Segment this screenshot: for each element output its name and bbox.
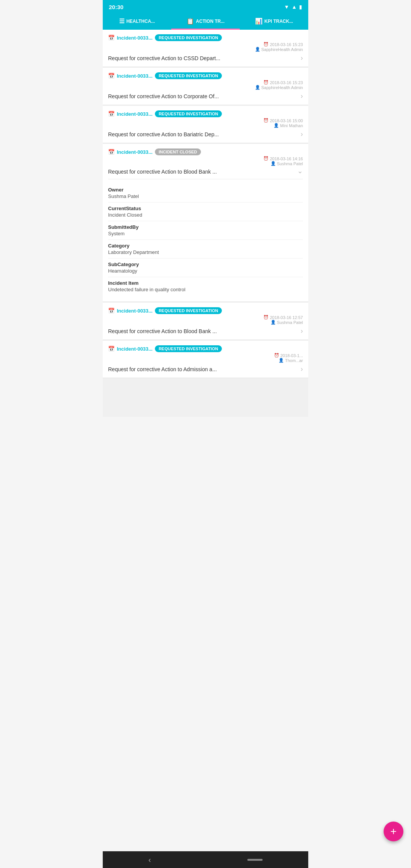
incident-user-4: Sushma Patel (277, 161, 303, 166)
incident-card-4[interactable]: 📅 Incident-0033... INCIDENT CLOSED ⏰ 201… (103, 144, 308, 302)
clock-icon-4: ⏰ (263, 156, 269, 161)
chevron-right-1: › (301, 54, 303, 62)
incident-list: 📅 Incident-0033... REQUESTED INVESTIGATI… (103, 30, 308, 417)
incident-card-2[interactable]: 📅 Incident-0033... REQUESTED INVESTIGATI… (103, 68, 308, 105)
owner-label: Owner (108, 187, 303, 193)
tab-kpi-tracker-label: KPI TRACK... (264, 19, 293, 24)
tab-action-tracker[interactable]: 📋 ACTION TR... (171, 14, 240, 30)
incident-title-5: Request for corrective Action to Blood B… (108, 328, 226, 334)
incident-id-6: Incident-0033... (117, 346, 153, 352)
detail-owner: Owner Sushma Patel (108, 184, 303, 203)
calendar-list-icon-2: 📅 (108, 73, 115, 79)
clock-icon-1: ⏰ (263, 42, 269, 47)
category-value: Laboratory Department (108, 249, 303, 255)
current-status-label: CurrentStatus (108, 206, 303, 211)
calendar-list-icon-3: 📅 (108, 111, 115, 117)
incident-card-6[interactable]: 📅 Incident-0033... REQUESTED INVESTIGATI… (103, 341, 308, 378)
clock-icon-3: ⏰ (263, 118, 269, 123)
incident-title-4: Request for corrective Action to Blood B… (108, 169, 226, 175)
status-icons: ▼ ▲ ▮ (284, 4, 302, 10)
incident-id-3: Incident-0033... (117, 111, 153, 117)
user-icon-3: 👤 (274, 123, 279, 128)
status-badge-6: REQUESTED INVESTIGATION (155, 345, 222, 352)
category-label: Category (108, 243, 303, 249)
user-icon-4: 👤 (271, 161, 276, 166)
incident-user-6: Thom...ar (285, 358, 303, 363)
submitted-by-value: System (108, 231, 303, 236)
incident-title-6: Request for corrective Action to Admissi… (108, 366, 226, 372)
clock-icon-6: ⏰ (274, 353, 279, 358)
incident-date-2: 2018-03-16 15:23 (270, 80, 303, 85)
incident-title-3: Request for corrective Action to Bariatr… (108, 131, 228, 137)
incident-card-3[interactable]: 📅 Incident-0033... REQUESTED INVESTIGATI… (103, 106, 308, 143)
incident-date-5: 2018-03-16 12:57 (270, 315, 303, 320)
calendar-list-icon-1: 📅 (108, 35, 115, 41)
wifi-icon: ▼ (284, 4, 289, 10)
clock-icon-2: ⏰ (263, 80, 269, 85)
incident-date-6: 2018-03-1... (280, 353, 303, 358)
status-badge-3: REQUESTED INVESTIGATION (155, 110, 222, 117)
user-icon-6: 👤 (279, 358, 284, 363)
incident-user-1: SapphireHealth Admin (261, 47, 303, 52)
status-bar: 20:30 ▼ ▲ ▮ (103, 0, 308, 14)
expanded-details-4: Owner Sushma Patel CurrentStatus Inciden… (108, 179, 303, 302)
incident-title-1: Request for corrective Action to CSSD De… (108, 55, 229, 61)
battery-icon: ▮ (299, 4, 302, 10)
incident-id-1: Incident-0033... (117, 35, 153, 41)
user-icon-2: 👤 (255, 85, 260, 90)
incident-user-5: Sushma Patel (277, 320, 303, 325)
tab-bar: ☰ HEALTHCA... 📋 ACTION TR... 📊 KPI TRACK… (103, 14, 308, 30)
status-badge-4: INCIDENT CLOSED (155, 148, 201, 155)
subcategory-label: SubCategory (108, 262, 303, 267)
chevron-right-5: › (301, 327, 303, 335)
incident-id-2: Incident-0033... (117, 73, 153, 79)
calendar-list-icon-5: 📅 (108, 308, 115, 314)
detail-category: Category Laboratory Department (108, 240, 303, 258)
submitted-by-label: SubmittedBy (108, 224, 303, 230)
incident-user-2: SapphireHealth Admin (261, 85, 303, 90)
incident-date-4: 2018-03-16 14:16 (270, 156, 303, 161)
detail-current-status: CurrentStatus Incident Closed (108, 203, 303, 221)
tab-kpi-tracker[interactable]: 📊 KPI TRACK... (240, 14, 308, 30)
status-time: 20:30 (109, 4, 123, 10)
detail-incident-item: Incident Item Undetected failure in qual… (108, 277, 303, 295)
current-status-value: Incident Closed (108, 212, 303, 218)
calendar-list-icon-6: 📅 (108, 346, 115, 352)
user-icon-5: 👤 (271, 320, 276, 325)
chevron-right-2: › (301, 92, 303, 100)
incident-id-4: Incident-0033... (117, 149, 153, 155)
subcategory-value: Heamatology (108, 268, 303, 274)
detail-submitted-by: SubmittedBy System (108, 221, 303, 240)
user-icon-1: 👤 (255, 47, 260, 52)
calendar-list-icon-4: 📅 (108, 149, 115, 155)
healthcare-icon: ☰ (119, 18, 124, 25)
incident-date-3: 2018-03-16 15:00 (270, 118, 303, 123)
tab-healthcare[interactable]: ☰ HEALTHCA... (103, 14, 171, 30)
incident-item-label: Incident Item (108, 280, 303, 286)
owner-value: Sushma Patel (108, 193, 303, 199)
status-badge-1: REQUESTED INVESTIGATION (155, 34, 222, 41)
incident-item-value: Undetected failure in quality control (108, 287, 303, 292)
action-tracker-icon: 📋 (186, 18, 194, 25)
signal-icon: ▲ (292, 4, 297, 10)
tab-action-tracker-label: ACTION TR... (196, 19, 225, 24)
kpi-tracker-icon: 📊 (255, 18, 263, 25)
status-badge-5: REQUESTED INVESTIGATION (155, 307, 222, 314)
incident-date-1: 2018-03-16 15:23 (270, 42, 303, 47)
chevron-right-6: › (301, 365, 303, 373)
status-badge-2: REQUESTED INVESTIGATION (155, 72, 222, 79)
incident-user-3: Mini Mathan (280, 123, 303, 128)
incident-title-2: Request for corrective Action to Corpora… (108, 93, 228, 99)
detail-subcategory: SubCategory Heamatology (108, 258, 303, 277)
tab-healthcare-label: HEALTHCA... (126, 19, 155, 24)
chevron-down-4: ⌄ (297, 167, 303, 175)
incident-card-5[interactable]: 📅 Incident-0033... REQUESTED INVESTIGATI… (103, 303, 308, 340)
incident-card-1[interactable]: 📅 Incident-0033... REQUESTED INVESTIGATI… (103, 30, 308, 67)
chevron-right-3: › (301, 130, 303, 138)
incident-id-5: Incident-0033... (117, 308, 153, 314)
clock-icon-5: ⏰ (263, 315, 269, 320)
